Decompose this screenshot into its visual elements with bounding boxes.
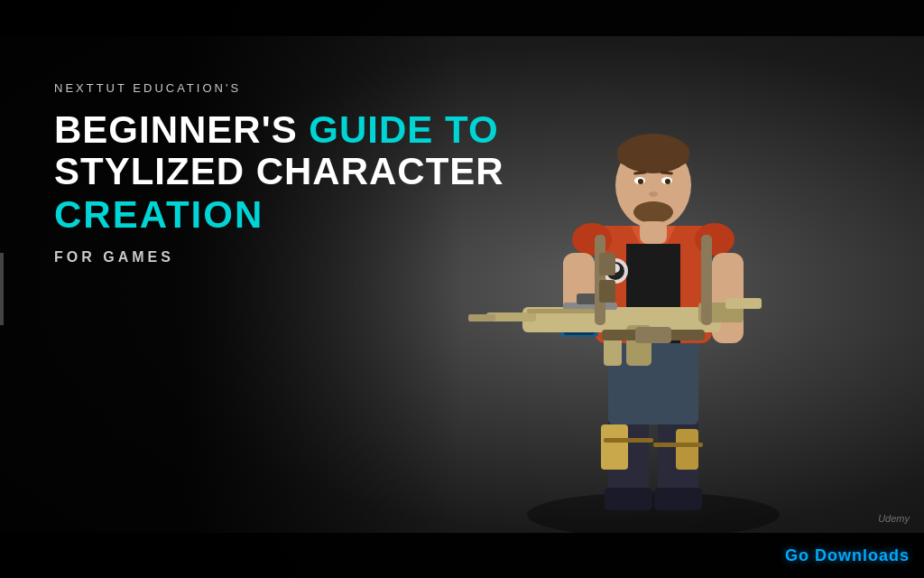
svg-rect-50 — [635, 327, 671, 343]
svg-rect-6 — [676, 429, 698, 470]
svg-rect-35 — [617, 143, 689, 165]
svg-point-18 — [695, 223, 735, 256]
svg-rect-46 — [701, 235, 712, 325]
svg-rect-47 — [599, 253, 615, 275]
svg-rect-25 — [725, 298, 762, 309]
main-container: NEXTTUT EDUCATION'S BEGINNER'S GUIDE TO … — [0, 0, 924, 578]
svg-rect-5 — [601, 424, 628, 470]
svg-rect-3 — [605, 488, 652, 510]
udemy-watermark: Udemy — [878, 513, 910, 524]
svg-rect-4 — [654, 488, 702, 510]
subtitle-text: NEXTTUT EDUCATION'S — [54, 81, 523, 95]
svg-point-17 — [572, 223, 612, 256]
svg-point-36 — [633, 201, 673, 223]
svg-rect-8 — [653, 443, 703, 447]
svg-point-41 — [649, 191, 658, 197]
svg-rect-32 — [527, 309, 599, 313]
title-line1: BEGINNER'S GUIDE TO — [54, 109, 523, 151]
title-line2: STYLIZED CHARACTER — [54, 151, 523, 192]
svg-rect-7 — [604, 438, 653, 443]
svg-rect-44 — [640, 221, 667, 244]
svg-rect-48 — [599, 280, 615, 303]
title-highlight: GUIDE TO — [309, 108, 498, 151]
svg-point-0 — [527, 492, 780, 537]
svg-rect-27 — [468, 314, 495, 322]
title-plain: BEGINNER'S — [54, 108, 309, 151]
text-content: NEXTTUT EDUCATION'S BEGINNER'S GUIDE TO … — [54, 81, 523, 266]
svg-point-39 — [638, 179, 643, 184]
bottom-bar: Go Downloads — [0, 533, 924, 578]
title-line3: CREATION — [54, 192, 523, 238]
go-downloads-label: Go Downloads — [785, 546, 910, 565]
left-indicator — [0, 253, 4, 325]
svg-point-40 — [665, 179, 670, 184]
for-games: FOR GAMES — [54, 249, 523, 266]
